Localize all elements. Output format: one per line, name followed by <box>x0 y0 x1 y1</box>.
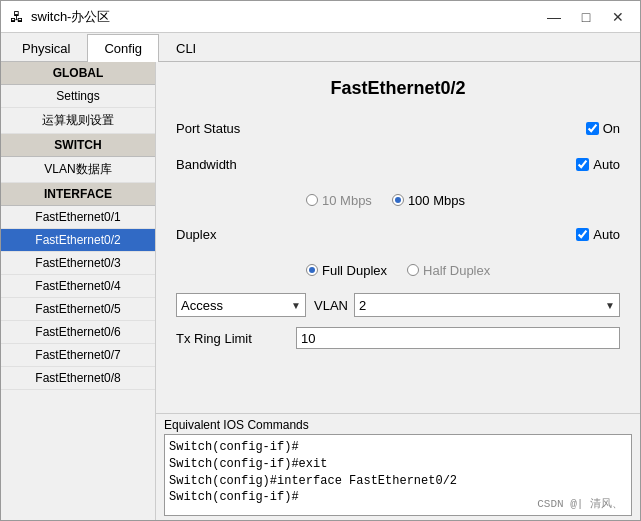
duplex-half-label: Half Duplex <box>423 263 490 278</box>
ios-label: Equivalent IOS Commands <box>164 418 632 432</box>
bandwidth-checkbox-group: Auto <box>576 157 620 172</box>
port-status-checkbox[interactable] <box>586 122 599 135</box>
duplex-half-radio[interactable] <box>407 264 419 276</box>
bandwidth-label: Bandwidth <box>176 157 296 172</box>
main-content: FastEthernet0/2 Port Status On Bandwidth <box>156 62 640 413</box>
duplex-full[interactable]: Full Duplex <box>306 263 387 278</box>
bandwidth-control: Auto <box>296 157 620 172</box>
vlan-row: VLAN 2 ▼ <box>314 293 620 317</box>
port-status-control: On <box>296 121 620 136</box>
vlan-arrow: ▼ <box>605 300 615 311</box>
sidebar-item-fe06[interactable]: FastEthernet0/6 <box>1 321 155 344</box>
ios-terminal[interactable]: Switch(config-if)# Switch(config-if)#exi… <box>164 434 632 516</box>
duplex-checkbox[interactable] <box>576 228 589 241</box>
tab-physical[interactable]: Physical <box>5 34 87 62</box>
ios-line-1: Switch(config-if)# <box>169 439 627 456</box>
ios-line-3: Switch(config)#interface FastEthernet0/2 <box>169 473 627 490</box>
port-status-value: On <box>603 121 620 136</box>
window-controls: — □ ✕ <box>540 6 632 28</box>
access-vlan-row: Access ▼ VLAN 2 ▼ <box>176 293 620 317</box>
duplex-options: Full Duplex Half Duplex <box>296 263 620 278</box>
tx-ring-row: Tx Ring Limit 10 <box>176 327 620 349</box>
duplex-control: Auto <box>296 227 620 242</box>
bandwidth-checkbox[interactable] <box>576 158 589 171</box>
duplex-value: Auto <box>593 227 620 242</box>
sidebar-header-global: GLOBAL <box>1 62 155 85</box>
tab-cli[interactable]: CLI <box>159 34 213 62</box>
sidebar-item-vlan-db[interactable]: VLAN数据库 <box>1 157 155 183</box>
bandwidth-10mbps-label: 10 Mbps <box>322 193 372 208</box>
duplex-label: Duplex <box>176 227 296 242</box>
sidebar-item-fe01[interactable]: FastEthernet0/1 <box>1 206 155 229</box>
watermark: CSDN @| 清风、 <box>537 496 623 511</box>
access-mode-dropdown[interactable]: Access ▼ <box>176 293 306 317</box>
duplex-full-label: Full Duplex <box>322 263 387 278</box>
bandwidth-100mbps-radio[interactable] <box>392 194 404 206</box>
title-bar: 🖧 switch-办公区 — □ ✕ <box>1 1 640 33</box>
duplex-options-row: Full Duplex Half Duplex <box>176 257 620 283</box>
port-status-checkbox-group: On <box>586 121 620 136</box>
sidebar-item-fe04[interactable]: FastEthernet0/4 <box>1 275 155 298</box>
duplex-checkbox-group: Auto <box>576 227 620 242</box>
sidebar-header-switch: SWITCH <box>1 134 155 157</box>
bandwidth-100mbps[interactable]: 100 Mbps <box>392 193 465 208</box>
content-area: GLOBAL Settings 运算规则设置 SWITCH VLAN数据库 IN… <box>1 62 640 520</box>
bandwidth-10mbps[interactable]: 10 Mbps <box>306 193 372 208</box>
sidebar-item-fe02[interactable]: FastEthernet0/2 <box>1 229 155 252</box>
tab-bar: Physical Config CLI <box>1 33 640 62</box>
minimize-button[interactable]: — <box>540 6 568 28</box>
tab-config[interactable]: Config <box>87 34 159 62</box>
sidebar-item-settings[interactable]: Settings <box>1 85 155 108</box>
bandwidth-10mbps-radio[interactable] <box>306 194 318 206</box>
panel-title: FastEthernet0/2 <box>176 78 620 99</box>
vlan-label: VLAN <box>314 298 348 313</box>
duplex-full-radio[interactable] <box>306 264 318 276</box>
vlan-value: 2 <box>359 298 366 313</box>
sidebar-item-fe05[interactable]: FastEthernet0/5 <box>1 298 155 321</box>
duplex-half[interactable]: Half Duplex <box>407 263 490 278</box>
duplex-row: Duplex Auto <box>176 221 620 247</box>
vlan-select[interactable]: 2 ▼ <box>354 293 620 317</box>
bandwidth-options-row: 10 Mbps 100 Mbps <box>176 187 620 213</box>
tx-ring-label: Tx Ring Limit <box>176 331 296 346</box>
bandwidth-row: Bandwidth Auto <box>176 151 620 177</box>
access-mode-arrow: ▼ <box>291 300 301 311</box>
access-mode-inner: Access ▼ <box>181 298 301 313</box>
ios-section: Equivalent IOS Commands Switch(config-if… <box>156 413 640 520</box>
bandwidth-100mbps-label: 100 Mbps <box>408 193 465 208</box>
sidebar: GLOBAL Settings 运算规则设置 SWITCH VLAN数据库 IN… <box>1 62 156 520</box>
sidebar-item-fe07[interactable]: FastEthernet0/7 <box>1 344 155 367</box>
port-status-row: Port Status On <box>176 115 620 141</box>
access-mode-label: Access <box>181 298 223 313</box>
bandwidth-options: 10 Mbps 100 Mbps <box>296 193 620 208</box>
sidebar-item-fe03[interactable]: FastEthernet0/3 <box>1 252 155 275</box>
bandwidth-value: Auto <box>593 157 620 172</box>
sidebar-header-interface: INTERFACE <box>1 183 155 206</box>
port-status-label: Port Status <box>176 121 296 136</box>
sidebar-scroll[interactable]: GLOBAL Settings 运算规则设置 SWITCH VLAN数据库 IN… <box>1 62 155 520</box>
sidebar-item-rules[interactable]: 运算规则设置 <box>1 108 155 134</box>
window-icon: 🖧 <box>9 9 25 25</box>
tx-ring-input[interactable]: 10 <box>296 327 620 349</box>
close-button[interactable]: ✕ <box>604 6 632 28</box>
window-title: switch-办公区 <box>31 8 540 26</box>
ios-line-2: Switch(config-if)#exit <box>169 456 627 473</box>
maximize-button[interactable]: □ <box>572 6 600 28</box>
main-window: 🖧 switch-办公区 — □ ✕ Physical Config CLI G… <box>0 0 641 521</box>
main-panel: FastEthernet0/2 Port Status On Bandwidth <box>156 62 640 520</box>
sidebar-item-fe08[interactable]: FastEthernet0/8 <box>1 367 155 390</box>
